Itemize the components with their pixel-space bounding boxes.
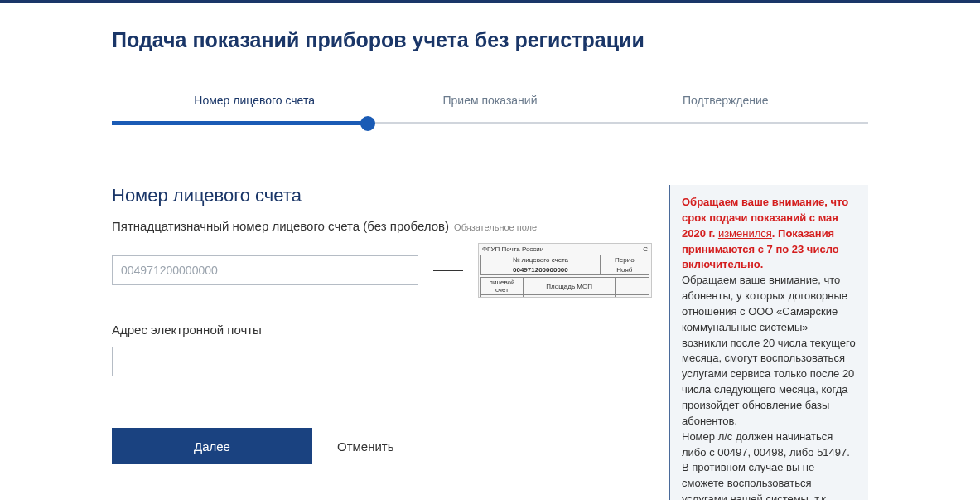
page-title: Подача показаний приборов учета без реги…: [112, 28, 868, 52]
sample-org: ФГУП Почта России: [482, 245, 543, 253]
document-sample: ФГУП Почта России С № лицевого счета Пер…: [478, 243, 652, 298]
email-input[interactable]: [112, 347, 418, 376]
sample-period-edge: С: [643, 245, 648, 253]
progress-track: [112, 122, 868, 124]
progress-dot: [360, 116, 375, 131]
connector-dash: [433, 270, 463, 271]
account-input[interactable]: [112, 255, 418, 285]
notice-box: Обращаем ваше внимание, что срок подачи …: [669, 185, 868, 500]
step-account[interactable]: Номер лицевого счета: [137, 94, 372, 107]
sample-val-b: 744,1: [523, 295, 616, 299]
account-label: Пятнадцатизначный номер лицевого счета (…: [112, 219, 449, 233]
progress-fill: [112, 121, 368, 125]
section-heading: Номер лицевого счета: [112, 185, 652, 206]
sample-val-a: 58: [481, 295, 524, 299]
step-readings: Прием показаний: [372, 94, 607, 107]
step-confirm: Подтверждение: [608, 94, 843, 107]
sample-col-ls: лицевой счет: [481, 278, 524, 295]
sample-month: Нояб: [600, 265, 649, 275]
notice-red-1-tail: .: [772, 227, 778, 240]
sample-account-value: 004971200000000: [481, 265, 601, 275]
cancel-button[interactable]: Отменить: [337, 439, 394, 454]
submit-button[interactable]: Далее: [112, 428, 312, 464]
notice-body-2: Номер л/с должен начинаться либо с 00497…: [682, 430, 857, 500]
required-hint: Обязательное поле: [454, 222, 537, 232]
stepper: Номер лицевого счета Прием показаний Под…: [112, 94, 868, 127]
sample-col-account: № лицевого счета: [481, 255, 601, 265]
notice-changed-link[interactable]: изменился: [718, 227, 772, 240]
sample-col-period: Перио: [600, 255, 649, 265]
email-label: Адрес электронной почты: [112, 323, 652, 337]
sample-col-sq: Площадь МОП: [523, 278, 616, 295]
notice-body-1: Обращаем ваше внимание, что абоненты, у …: [682, 273, 857, 429]
